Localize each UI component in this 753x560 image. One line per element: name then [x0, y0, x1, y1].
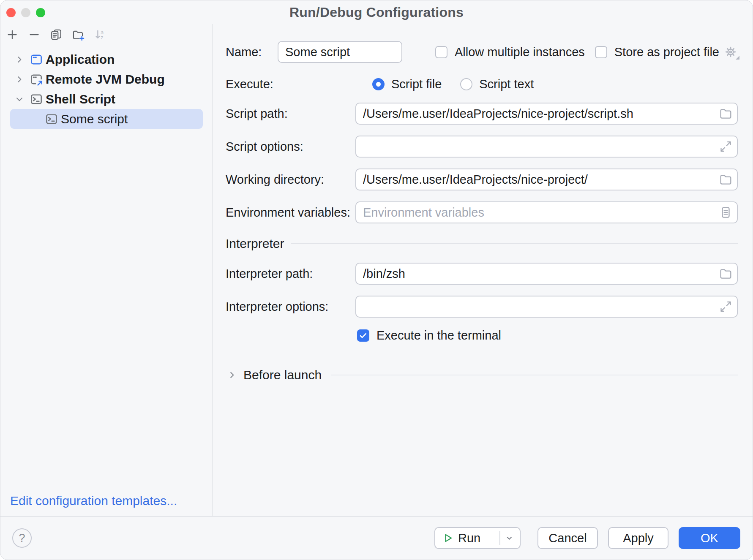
plus-icon — [6, 28, 19, 41]
question-mark-icon: ? — [19, 532, 25, 545]
store-settings-button[interactable] — [723, 45, 738, 59]
interpreter-options-input[interactable] — [355, 296, 738, 318]
minimize-button — [21, 8, 30, 17]
dialog-footer: ? Run Cancel Apply OK — [0, 516, 753, 560]
gear-dropdown-triangle — [736, 56, 739, 60]
name-input[interactable] — [278, 41, 402, 63]
run-button-label: Run — [458, 531, 480, 545]
tree-item-application[interactable]: Application — [10, 49, 203, 69]
store-as-project-file-label: Store as project file — [614, 45, 719, 59]
execute-in-terminal-checkbox[interactable]: Execute in the terminal — [357, 329, 501, 343]
interpreter-path-input[interactable] — [355, 263, 738, 285]
configurations-tree: Application Remote JVM Debug — [0, 45, 213, 494]
execute-radio-group: Script file Script text — [355, 77, 534, 91]
interpreter-options-label: Interpreter options: — [226, 300, 355, 314]
chevron-down-icon — [504, 533, 515, 544]
allow-multiple-instances-label: Allow multiple instances — [455, 45, 585, 59]
svg-text:z: z — [101, 35, 103, 41]
interpreter-section-header: Interpreter — [226, 236, 738, 251]
check-icon — [358, 331, 368, 340]
tree-item-label: Remote JVM Debug — [46, 72, 165, 87]
add-configuration-button[interactable] — [5, 27, 20, 42]
configurations-sidebar: a z Ap — [0, 24, 213, 516]
expand-field-icon[interactable] — [719, 300, 733, 314]
sort-alphabetically-icon: a z — [94, 28, 106, 41]
expand-field-icon[interactable] — [719, 140, 733, 154]
copy-configuration-button[interactable] — [49, 27, 64, 42]
sort-configurations-button[interactable]: a z — [93, 27, 108, 42]
allow-multiple-instances-checkbox[interactable]: Allow multiple instances — [435, 45, 585, 59]
ok-button[interactable]: OK — [679, 527, 740, 549]
environment-variables-input[interactable] — [355, 201, 738, 223]
radio-button[interactable] — [372, 78, 385, 90]
before-launch-section[interactable]: Before launch — [226, 366, 738, 384]
zoom-button[interactable] — [36, 8, 45, 17]
new-folder-button[interactable] — [71, 27, 86, 42]
section-divider — [331, 375, 738, 375]
titlebar: Run/Debug Configurations — [0, 0, 753, 24]
close-button[interactable] — [6, 8, 16, 17]
before-launch-label: Before launch — [243, 368, 322, 382]
script-options-label: Script options: — [226, 140, 355, 154]
working-directory-input[interactable] — [355, 169, 738, 190]
browse-folder-icon[interactable] — [719, 107, 733, 121]
dialog-title: Run/Debug Configurations — [289, 5, 464, 20]
traffic-lights — [6, 8, 45, 17]
checkbox-box[interactable] — [595, 46, 607, 58]
section-divider — [291, 243, 738, 244]
remote-jvm-debug-icon — [29, 72, 44, 87]
remove-configuration-button[interactable] — [27, 27, 42, 42]
execute-label: Execute: — [226, 77, 355, 91]
chevron-down-icon[interactable] — [10, 94, 29, 105]
copy-icon — [50, 28, 63, 41]
interpreter-section-label: Interpreter — [226, 237, 284, 251]
apply-button[interactable]: Apply — [608, 527, 668, 549]
shell-script-icon — [29, 92, 44, 107]
tree-item-remote-jvm-debug[interactable]: Remote JVM Debug — [10, 69, 203, 89]
shell-script-icon — [44, 111, 59, 127]
configuration-form: Name: Allow multiple instances Store as … — [213, 24, 753, 516]
script-path-label: Script path: — [226, 107, 355, 121]
radio-button[interactable] — [460, 78, 472, 90]
name-label: Name: — [226, 45, 278, 59]
radio-script-file-label: Script file — [391, 77, 442, 91]
tree-item-label: Some script — [61, 112, 128, 126]
store-as-project-file-checkbox[interactable]: Store as project file — [595, 45, 738, 59]
radio-script-text[interactable]: Script text — [460, 77, 534, 91]
environment-variables-label: Environment variables: — [226, 206, 355, 220]
cancel-button[interactable]: Cancel — [537, 527, 598, 549]
radio-script-text-label: Script text — [479, 77, 534, 91]
execute-in-terminal-label: Execute in the terminal — [376, 329, 501, 343]
help-button[interactable]: ? — [12, 528, 32, 548]
edit-configuration-templates-link[interactable]: Edit configuration templates... — [10, 494, 177, 508]
browse-folder-icon[interactable] — [719, 267, 733, 281]
edit-variables-list-icon[interactable] — [719, 206, 733, 220]
minus-icon — [28, 28, 41, 41]
chevron-right-icon[interactable] — [226, 370, 238, 381]
script-path-input[interactable] — [355, 103, 738, 125]
tree-item-label: Shell Script — [46, 92, 115, 106]
script-options-input[interactable] — [355, 136, 738, 158]
chevron-right-icon[interactable] — [10, 54, 29, 65]
sidebar-toolbar: a z — [0, 24, 213, 45]
working-directory-label: Working directory: — [226, 173, 355, 187]
checkbox-box[interactable] — [435, 46, 447, 58]
run-button[interactable]: Run — [434, 527, 521, 549]
interpreter-path-label: Interpreter path: — [226, 267, 355, 281]
new-folder-icon — [72, 28, 85, 41]
chevron-right-icon[interactable] — [10, 74, 29, 85]
run-dropdown-button[interactable] — [500, 533, 515, 544]
application-icon — [29, 52, 44, 67]
run-debug-configurations-dialog: Run/Debug Configurations — [0, 0, 753, 560]
tree-item-label: Application — [46, 52, 115, 67]
tree-item-some-script[interactable]: Some script — [10, 109, 203, 129]
radio-script-file[interactable]: Script file — [372, 77, 442, 91]
tree-item-shell-script[interactable]: Shell Script — [10, 89, 203, 109]
play-icon — [441, 532, 454, 544]
checkbox-box[interactable] — [357, 329, 369, 342]
browse-folder-icon[interactable] — [719, 173, 733, 187]
